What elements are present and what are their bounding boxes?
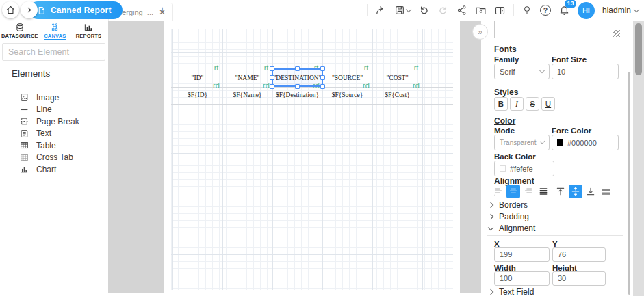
element-label: Table (36, 141, 56, 150)
forward-arrow-icon[interactable] (375, 5, 387, 16)
properties-panel: Fonts Family Font Size Serif Styles B I … (481, 21, 633, 296)
lightbulb-icon[interactable] (521, 5, 532, 16)
report-header-cell[interactable]: "NAME" (222, 70, 272, 87)
align-top-button[interactable] (554, 185, 567, 198)
app-title: Canned Report (51, 5, 112, 15)
width-input[interactable] (494, 271, 550, 286)
tab-reports[interactable]: REPORTS (72, 21, 105, 40)
report-field-cell[interactable]: $F{ID} (172, 89, 222, 101)
text-field-section-label: Text Field (499, 287, 534, 296)
back-color-label: Back Color (494, 152, 536, 161)
expand-nav-button[interactable] (21, 1, 38, 18)
report-field-cell[interactable]: $F{Destination} (272, 89, 322, 101)
color-mode-select[interactable]: Transparent (494, 135, 550, 150)
resize-handle[interactable] (270, 75, 274, 80)
folder-preview-icon[interactable] (475, 5, 487, 16)
element-item-chart[interactable]: Chart (19, 163, 107, 176)
resize-grip-icon[interactable] (613, 30, 620, 37)
strikethrough-button[interactable]: S (526, 97, 539, 111)
scrollbar-thumb[interactable] (635, 23, 642, 75)
resize-handle[interactable] (295, 66, 300, 71)
font-family-select[interactable]: Serif (494, 64, 550, 79)
undo-icon[interactable] (418, 5, 430, 16)
element-item-cross-tab[interactable]: Cross Tab (19, 152, 107, 164)
element-item-page-break[interactable]: Page Break (19, 116, 107, 128)
share-icon[interactable] (456, 5, 467, 16)
report-field-cell[interactable]: $F{Name} (222, 89, 272, 101)
window-scrollbar[interactable] (633, 21, 644, 296)
chevron-right-icon (488, 202, 493, 208)
chevron-right-icon (25, 6, 33, 14)
alignment-section-toggle[interactable]: Alignment (489, 224, 535, 233)
align-right-button[interactable] (521, 185, 535, 198)
notifications-button[interactable]: 13 (558, 5, 570, 16)
report-header-cell[interactable]: "SOURCE" (322, 70, 372, 87)
element-label: Line (36, 105, 52, 114)
padding-section-toggle[interactable]: Padding (489, 212, 529, 221)
user-menu[interactable]: hiadmin (602, 5, 639, 15)
back-color-swatch (500, 165, 506, 172)
redo-icon[interactable] (437, 5, 449, 16)
borders-section-toggle[interactable]: Borders (489, 200, 528, 210)
toolbar-actions: ? 13 HI hiadmin (367, 0, 639, 21)
selection-box[interactable] (272, 68, 323, 87)
report-header-cell[interactable]: "COST" (372, 70, 422, 87)
search-input[interactable] (2, 43, 105, 61)
page-break-icon (19, 117, 29, 126)
element-item-text[interactable]: Text (19, 128, 107, 140)
fore-color-input[interactable]: #000000 (552, 135, 619, 150)
resize-handle[interactable] (270, 84, 274, 89)
height-input[interactable] (552, 271, 606, 286)
chevron-down-icon (539, 68, 545, 73)
home-button[interactable] (2, 1, 19, 18)
style-buttons: B I S U (494, 97, 555, 111)
chevron-down-icon (488, 225, 493, 230)
align-center-button[interactable] (506, 185, 520, 198)
help-icon[interactable]: ? (540, 5, 551, 16)
resize-handle[interactable] (320, 75, 325, 80)
align-middle-button[interactable] (569, 185, 582, 198)
collapse-panel-button[interactable]: » (472, 24, 488, 40)
x-input[interactable] (494, 247, 550, 262)
text-field-section-toggle[interactable]: Text Field (489, 287, 534, 296)
element-label: Text (36, 129, 51, 138)
stretch-vertical-button[interactable] (599, 185, 613, 198)
justify-button[interactable] (537, 185, 550, 198)
report-page[interactable]: rt rt rt rt rt rd rd rd rd rd "ID" "NAME… (164, 21, 460, 293)
resize-handle[interactable] (295, 84, 300, 89)
y-input[interactable] (552, 247, 606, 262)
avatar[interactable]: HI (578, 2, 595, 19)
resize-handle[interactable] (270, 66, 274, 71)
element-item-image[interactable]: Image (19, 92, 107, 104)
styles-section-title: Styles (494, 88, 518, 97)
align-left-button[interactable] (491, 185, 505, 198)
italic-button[interactable]: I (510, 97, 524, 111)
tab-label: REPORTS (76, 33, 102, 39)
element-item-line[interactable]: Line (19, 104, 107, 116)
resize-handle[interactable] (320, 66, 325, 71)
tab-canvas[interactable]: CANVAS (38, 21, 72, 40)
app-title-button[interactable]: Canned Report (29, 1, 123, 19)
chevron-right-icon (488, 214, 493, 219)
elements-list: Image Line Page Break Text Table Cross T… (0, 85, 107, 176)
report-field-cell[interactable]: $F{Cost} (372, 89, 422, 101)
report-header-cell[interactable]: "ID" (172, 70, 222, 87)
canvas-icon (50, 23, 60, 32)
back-color-input[interactable]: #fefefe (494, 161, 554, 176)
new-tab-button[interactable]: + (159, 4, 165, 15)
panel-scrollbar[interactable] (628, 72, 630, 295)
layout-panel-icon[interactable] (494, 5, 506, 16)
save-menu-button[interactable] (394, 5, 411, 16)
align-bottom-button[interactable] (584, 185, 597, 198)
line-icon (19, 105, 29, 114)
report-field-cell[interactable]: $F{Source} (322, 89, 372, 101)
tab-datasource[interactable]: DATASOURCE (1, 21, 38, 40)
element-text-editor[interactable] (494, 21, 621, 38)
tab-label: CANVAS (44, 33, 66, 39)
bold-button[interactable]: B (494, 97, 508, 111)
resize-handle[interactable] (320, 84, 325, 89)
element-item-table[interactable]: Table (19, 139, 107, 152)
mode-label: Mode (494, 126, 515, 135)
underline-button[interactable]: U (541, 97, 555, 111)
font-size-input[interactable] (552, 64, 619, 79)
